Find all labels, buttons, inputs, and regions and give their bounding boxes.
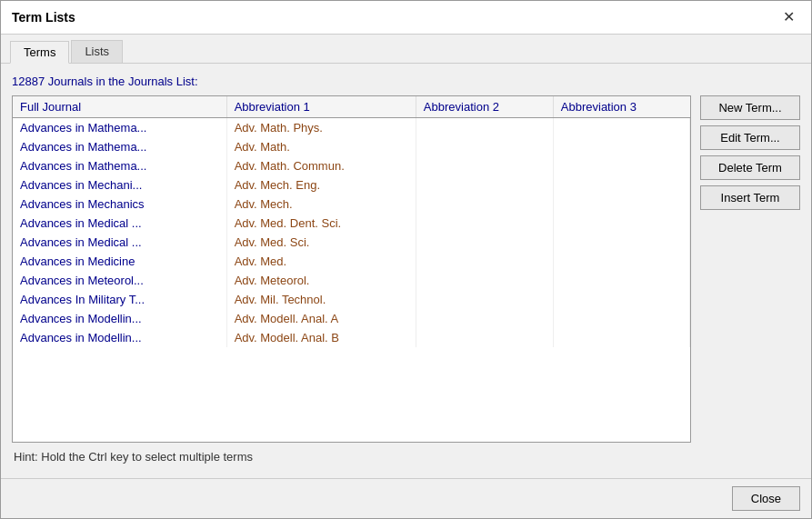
cell-abbr1: Adv. Math. Phys. bbox=[226, 118, 416, 138]
cell-abbr3 bbox=[553, 156, 689, 175]
edit-term-button[interactable]: Edit Term... bbox=[700, 125, 800, 150]
main-section: Full Journal Abbreviation 1 Abbreviation… bbox=[12, 95, 800, 443]
cell-abbr2 bbox=[416, 214, 553, 233]
cell-abbr2 bbox=[416, 195, 553, 214]
delete-term-button[interactable]: Delete Term bbox=[700, 155, 800, 180]
cell-abbr2 bbox=[416, 137, 553, 156]
cell-abbr2 bbox=[416, 233, 553, 252]
close-icon[interactable]: ✕ bbox=[777, 8, 800, 26]
table-row[interactable]: Advances in Meteorol...Adv. Meteorol. bbox=[13, 271, 690, 290]
cell-abbr3 bbox=[553, 309, 689, 328]
cell-abbr1: Adv. Med. Sci. bbox=[226, 233, 416, 252]
cell-abbr2 bbox=[416, 328, 553, 347]
new-term-button[interactable]: New Term... bbox=[700, 95, 800, 120]
journal-table: Full Journal Abbreviation 1 Abbreviation… bbox=[13, 96, 690, 347]
cell-abbr3 bbox=[553, 328, 689, 347]
tab-lists[interactable]: Lists bbox=[71, 40, 123, 63]
hint-text: Hint: Hold the Ctrl key to select multip… bbox=[12, 443, 800, 467]
cell-full_journal: Advances in Mathema... bbox=[13, 156, 226, 175]
cell-full_journal: Advances in Medical ... bbox=[13, 214, 226, 233]
col-full-journal: Full Journal bbox=[13, 96, 226, 118]
cell-abbr1: Adv. Math. bbox=[226, 137, 416, 156]
cell-abbr3 bbox=[553, 175, 689, 195]
col-abbr1: Abbreviation 1 bbox=[226, 96, 416, 118]
cell-abbr2 bbox=[416, 290, 553, 309]
cell-abbr3 bbox=[553, 233, 689, 252]
content-area: 12887 Journals in the Journals List: Ful… bbox=[1, 64, 811, 478]
cell-abbr3 bbox=[553, 195, 689, 214]
cell-abbr1: Adv. Mech. bbox=[226, 195, 416, 214]
cell-full_journal: Advances in Mechanics bbox=[13, 195, 226, 214]
table-row[interactable]: Advances in Mechani...Adv. Mech. Eng. bbox=[13, 175, 690, 195]
cell-full_journal: Advances in Medicine bbox=[13, 252, 226, 271]
tab-bar: Terms Lists bbox=[1, 35, 811, 64]
table-header-row: Full Journal Abbreviation 1 Abbreviation… bbox=[13, 96, 690, 118]
insert-term-button[interactable]: Insert Term bbox=[700, 185, 800, 210]
cell-abbr1: Adv. Modell. Anal. B bbox=[226, 328, 416, 347]
journal-count: 12887 Journals in the Journals List: bbox=[12, 75, 800, 88]
table-row[interactable]: Advances in MedicineAdv. Med. bbox=[13, 252, 690, 271]
cell-abbr2 bbox=[416, 156, 553, 175]
cell-abbr1: Adv. Meteorol. bbox=[226, 271, 416, 290]
cell-full_journal: Advances in Modellin... bbox=[13, 328, 226, 347]
table-row[interactable]: Advances in Medical ...Adv. Med. Sci. bbox=[13, 233, 690, 252]
cell-abbr1: Adv. Med. Dent. Sci. bbox=[226, 214, 416, 233]
bottom-bar: Close bbox=[1, 478, 811, 518]
table-row[interactable]: Advances In Military T...Adv. Mil. Techn… bbox=[13, 290, 690, 309]
cell-abbr1: Adv. Modell. Anal. A bbox=[226, 309, 416, 328]
tab-terms[interactable]: Terms bbox=[10, 41, 69, 64]
buttons-panel: New Term... Edit Term... Delete Term Ins… bbox=[700, 95, 800, 443]
cell-abbr3 bbox=[553, 290, 689, 309]
cell-abbr2 bbox=[416, 175, 553, 195]
cell-full_journal: Advances in Meteorol... bbox=[13, 271, 226, 290]
table-row[interactable]: Advances in MechanicsAdv. Mech. bbox=[13, 195, 690, 214]
dialog-title: Term Lists bbox=[12, 10, 75, 25]
table-row[interactable]: Advances in Mathema...Adv. Math. bbox=[13, 137, 690, 156]
title-bar: Term Lists ✕ bbox=[1, 1, 811, 35]
cell-abbr3 bbox=[553, 118, 689, 138]
cell-abbr1: Adv. Math. Commun. bbox=[226, 156, 416, 175]
table-row[interactable]: Advances in Mathema...Adv. Math. Commun. bbox=[13, 156, 690, 175]
cell-abbr1: Adv. Med. bbox=[226, 252, 416, 271]
term-lists-dialog: Term Lists ✕ Terms Lists 12887 Journals … bbox=[0, 0, 812, 519]
journal-table-container[interactable]: Full Journal Abbreviation 1 Abbreviation… bbox=[12, 95, 691, 443]
col-abbr2: Abbreviation 2 bbox=[416, 96, 553, 118]
table-row[interactable]: Advances in Medical ...Adv. Med. Dent. S… bbox=[13, 214, 690, 233]
cell-full_journal: Advances in Medical ... bbox=[13, 233, 226, 252]
table-row[interactable]: Advances in Modellin...Adv. Modell. Anal… bbox=[13, 309, 690, 328]
cell-abbr3 bbox=[553, 214, 689, 233]
cell-full_journal: Advances in Mechani... bbox=[13, 175, 226, 195]
cell-abbr1: Adv. Mech. Eng. bbox=[226, 175, 416, 195]
table-row[interactable]: Advances in Mathema...Adv. Math. Phys. bbox=[13, 118, 690, 138]
cell-abbr1: Adv. Mil. Technol. bbox=[226, 290, 416, 309]
cell-abbr2 bbox=[416, 271, 553, 290]
close-button[interactable]: Close bbox=[732, 486, 800, 511]
cell-full_journal: Advances in Mathema... bbox=[13, 137, 226, 156]
cell-abbr2 bbox=[416, 309, 553, 328]
cell-abbr2 bbox=[416, 252, 553, 271]
cell-full_journal: Advances in Modellin... bbox=[13, 309, 226, 328]
cell-full_journal: Advances in Mathema... bbox=[13, 118, 226, 138]
cell-abbr2 bbox=[416, 118, 553, 138]
table-row[interactable]: Advances in Modellin...Adv. Modell. Anal… bbox=[13, 328, 690, 347]
cell-abbr3 bbox=[553, 252, 689, 271]
cell-abbr3 bbox=[553, 137, 689, 156]
col-abbr3: Abbreviation 3 bbox=[553, 96, 689, 118]
cell-full_journal: Advances In Military T... bbox=[13, 290, 226, 309]
cell-abbr3 bbox=[553, 271, 689, 290]
